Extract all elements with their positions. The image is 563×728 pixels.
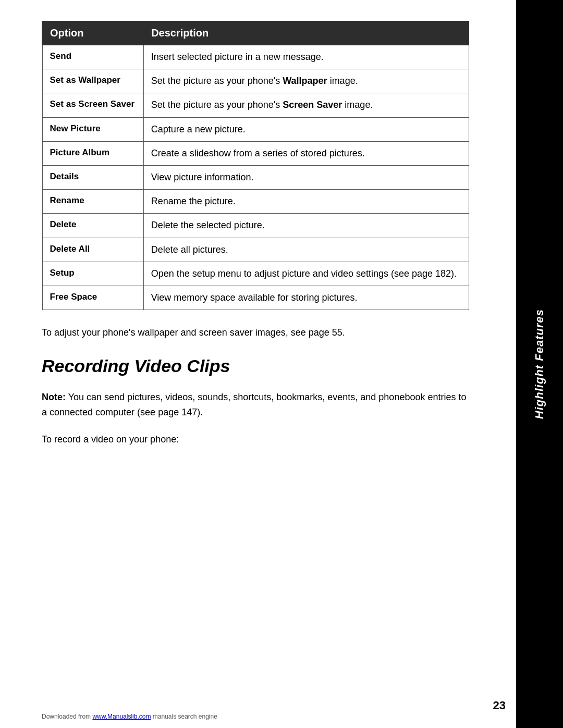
option-label: Free Space [50, 292, 97, 302]
paragraph-record-note: To record a video on your phone: [42, 433, 469, 447]
option-label: Send [50, 51, 72, 61]
page-number: 23 [493, 699, 506, 712]
desc-before: Set the picture as your phone's [151, 100, 283, 110]
note-label: Note: [42, 392, 66, 402]
desc-before: Set the picture as your phone's [151, 76, 283, 86]
option-label: Set as Screen Saver [50, 99, 135, 109]
description-cell: View memory space available for storing … [143, 286, 469, 310]
footer-text: Downloaded from [42, 713, 92, 720]
option-label: New Picture [50, 124, 101, 133]
description-text: Delete all pictures. [151, 244, 228, 255]
description-cell: Create a slideshow from a series of stor… [143, 141, 469, 165]
table-row: Delete All Delete all pictures. [42, 238, 469, 262]
table-row: Setup Open the setup menu to adjust pict… [42, 262, 469, 286]
description-text: View picture information. [151, 172, 254, 182]
footer-link[interactable]: www.Manualslib.com [92, 713, 151, 720]
paragraph-wallpaper-note: To adjust your phone's wallpaper and scr… [42, 326, 469, 340]
description-cell: Delete the selected picture. [143, 214, 469, 238]
note-paragraph: Note: You can send pictures, videos, sou… [42, 390, 469, 420]
description-text: Create a slideshow from a series of stor… [151, 148, 365, 158]
desc-after: image. [327, 76, 358, 86]
footer-suffix: manuals search engine [151, 713, 217, 720]
note-text: You can send pictures, videos, sounds, s… [42, 392, 466, 417]
table-row: Picture Album Create a slideshow from a … [42, 141, 469, 165]
table-row: Details View picture information. [42, 165, 469, 189]
description-cell: View picture information. [143, 165, 469, 189]
option-cell: Set as Wallpaper [42, 69, 143, 93]
table-row: Set as Screen Saver Set the picture as y… [42, 93, 469, 117]
option-cell: Free Space [42, 286, 143, 310]
description-cell: Delete all pictures. [143, 238, 469, 262]
option-cell: Picture Album [42, 141, 143, 165]
description-text: Open the setup menu to adjust picture an… [151, 268, 457, 279]
description-cell: Open the setup menu to adjust picture an… [143, 262, 469, 286]
table-row: Set as Wallpaper Set the picture as your… [42, 69, 469, 93]
option-label: Set as Wallpaper [50, 75, 120, 85]
desc-bold-term: Wallpaper [283, 76, 327, 86]
main-content: Option Description Send Insert selected … [42, 21, 469, 447]
option-cell: Details [42, 165, 143, 189]
table-row: New Picture Capture a new picture. [42, 117, 469, 141]
description-cell: Set the picture as your phone's Screen S… [143, 93, 469, 117]
description-cell: Rename the picture. [143, 190, 469, 214]
option-label: Delete All [50, 244, 90, 254]
option-cell: Send [42, 45, 143, 69]
description-cell: Set the picture as your phone's Wallpape… [143, 69, 469, 93]
description-text: Capture a new picture. [151, 124, 246, 134]
option-label: Details [50, 171, 79, 181]
col-header-description: Description [143, 21, 469, 45]
description-text: View memory space available for storing … [151, 292, 358, 303]
description-cell: Capture a new picture. [143, 117, 469, 141]
option-label: Rename [50, 195, 84, 205]
desc-bold-term: Screen Saver [283, 100, 342, 110]
option-label: Setup [50, 268, 75, 278]
option-cell: Rename [42, 190, 143, 214]
col-header-option: Option [42, 21, 143, 45]
description-text: Rename the picture. [151, 196, 236, 206]
option-cell: New Picture [42, 117, 143, 141]
page-container: Option Description Send Insert selected … [0, 0, 563, 728]
option-label: Picture Album [50, 147, 110, 157]
table-row: Delete Delete the selected picture. [42, 214, 469, 238]
table-row: Rename Rename the picture. [42, 190, 469, 214]
option-cell: Setup [42, 262, 143, 286]
description-text: Insert selected picture in a new message… [151, 52, 324, 62]
description-cell: Insert selected picture in a new message… [143, 45, 469, 69]
sidebar-label: Highlight Features [533, 309, 546, 419]
sidebar: Highlight Features [516, 0, 563, 728]
option-cell: Delete All [42, 238, 143, 262]
option-cell: Delete [42, 214, 143, 238]
description-text: Delete the selected picture. [151, 220, 265, 230]
table-row: Free Space View memory space available f… [42, 286, 469, 310]
desc-after: image. [342, 100, 373, 110]
options-table: Option Description Send Insert selected … [42, 21, 469, 310]
description-text: Set the picture as your phone's Wallpape… [151, 76, 358, 86]
option-cell: Set as Screen Saver [42, 93, 143, 117]
section-title: Recording Video Clips [42, 355, 469, 377]
description-text: Set the picture as your phone's Screen S… [151, 100, 373, 110]
table-row: Send Insert selected picture in a new me… [42, 45, 469, 69]
option-label: Delete [50, 219, 77, 229]
footer: Downloaded from www.Manualslib.com manua… [42, 713, 217, 720]
